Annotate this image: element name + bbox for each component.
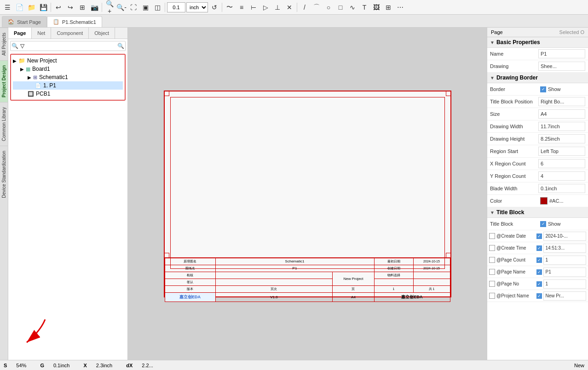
text-button[interactable]: T — [359, 2, 370, 13]
grid-button[interactable]: ⊞ — [77, 2, 88, 13]
tree-new-project[interactable]: ▶ 📁 New Project — [13, 57, 123, 65]
tb-project-name-val[interactable]: New Pr... — [543, 291, 587, 301]
prop-color-row: Color #AC... — [487, 195, 588, 207]
prop-dw-value[interactable]: 11.7inch — [538, 122, 585, 131]
prop-blade-width-row: Blade Width 0.1inch — [487, 182, 588, 195]
folder-icon: 📁 — [18, 57, 25, 64]
table-button[interactable]: ⊞ — [383, 2, 394, 13]
line-button[interactable]: / — [299, 2, 310, 13]
right-panel-title: Page — [491, 29, 503, 35]
zoom-input[interactable]: 0.1 — [167, 2, 185, 12]
tb-page-count-main-check[interactable] — [489, 257, 495, 263]
rect-button[interactable]: □ — [335, 2, 346, 13]
zoom-in-button[interactable]: 🔍+ — [104, 2, 115, 13]
tb-label-check: 检核 — [165, 272, 215, 279]
tb-page-no-show-check[interactable]: ✓ — [536, 281, 542, 287]
tab-schematic1[interactable]: 📋 P1.Schematic1 — [47, 16, 102, 27]
tree-schematic1[interactable]: ▶ ⊞ Schematic1 — [13, 73, 123, 81]
prop-bw-value[interactable]: 0.1inch — [538, 184, 585, 193]
left-tab-all-projects[interactable]: All Projects — [0, 28, 8, 60]
undo-button[interactable]: ↩ — [53, 2, 64, 13]
prop-dh-label: Drawing Height — [490, 136, 538, 142]
zoom-out-button[interactable]: 🔍- — [116, 2, 127, 13]
tb-page-no-val[interactable]: 1 — [543, 279, 587, 289]
left-tab-common-library[interactable]: Common Library — [0, 102, 8, 146]
tb-page-count-show-check[interactable]: ✓ — [536, 257, 542, 263]
save-button[interactable]: 💾 — [38, 2, 49, 13]
tb-page-name-val[interactable]: P1 — [543, 268, 587, 277]
prop-size-value[interactable]: A4 — [538, 109, 585, 119]
pin-button[interactable]: ⊢ — [248, 2, 259, 13]
tb-label-custom3: 页 — [333, 285, 374, 292]
title-block-area: 原理图名 Schematic1 最初日期 2024-10-15 图纸名 P1 创… — [165, 257, 450, 296]
image-button[interactable]: 🖼 — [371, 2, 382, 13]
tb-project-name-show-check[interactable]: ✓ — [536, 293, 542, 299]
color-hex-display: #AC... — [549, 198, 564, 204]
tb-create-date-main-check[interactable] — [489, 233, 495, 239]
page-icon: 📄 — [35, 83, 41, 89]
tb-total: 共 1 — [413, 285, 450, 292]
wire-button[interactable]: 〜 — [224, 2, 235, 13]
menu-button[interactable]: ☰ — [2, 2, 13, 13]
port-button[interactable]: ▷ — [260, 2, 271, 13]
tb-create-time-show-check[interactable]: ✓ — [536, 245, 542, 251]
tree-pcb1[interactable]: 🔲 PCB1 — [13, 90, 123, 98]
more-button[interactable]: ⋯ — [395, 2, 406, 13]
color-swatch[interactable] — [540, 197, 548, 205]
tb-label-version: 物料选择 — [374, 272, 413, 279]
panel-tab-component[interactable]: Component — [51, 28, 89, 39]
prop-dh-value[interactable]: 8.25inch — [538, 134, 585, 143]
section-title-block[interactable]: ▼ Title Block — [487, 207, 588, 218]
prop-color-value[interactable]: #AC... — [538, 196, 585, 205]
tb-modify-date: 2024-10-15 — [413, 265, 450, 272]
border-checkbox[interactable]: ✓ — [540, 86, 546, 92]
canvas-area[interactable]: 原理图名 Schematic1 最初日期 2024-10-15 图纸名 P1 创… — [128, 28, 487, 360]
netflag-button[interactable]: ⊥ — [272, 2, 283, 13]
new-file-button[interactable]: 📄 — [14, 2, 25, 13]
prop-name-value[interactable]: P1 — [538, 49, 585, 58]
tb-page-no-main-check[interactable] — [489, 281, 495, 287]
prop-name-label: Name — [490, 51, 538, 57]
left-tab-device-std[interactable]: Device Standardization — [0, 146, 8, 203]
tab-start-page[interactable]: 🏠 Start Page — [2, 16, 47, 27]
prop-drawing-value[interactable]: Shee... — [538, 62, 585, 71]
tb-create-time-main-check[interactable] — [489, 245, 495, 251]
prop-tbpos-value[interactable]: Right Bo... — [538, 97, 585, 106]
tb-page-count-val[interactable]: 1 — [543, 256, 587, 265]
open-button[interactable]: 📁 — [26, 2, 37, 13]
search-submit-icon[interactable]: 🔍 — [117, 43, 124, 49]
fit-button[interactable]: ⛶ — [128, 2, 139, 13]
section-drawing-border[interactable]: ▼ Drawing Border — [487, 73, 588, 83]
left-tab-project-design[interactable]: Project Design — [0, 60, 8, 102]
screenshot-button[interactable]: 📷 — [89, 2, 100, 13]
redo-button[interactable]: ↪ — [65, 2, 76, 13]
panel-tab-page[interactable]: Page — [8, 28, 32, 39]
section-basic-properties[interactable]: ▼ Basic Properties — [487, 37, 588, 48]
tb-create-date-val[interactable]: 2024-10-... — [543, 232, 587, 241]
tb-page-name-main-check[interactable] — [489, 269, 495, 275]
bezier-button[interactable]: ∿ — [347, 2, 358, 13]
zoom-box-button[interactable]: ▣ — [140, 2, 151, 13]
panel-tab-net[interactable]: Net — [32, 28, 51, 39]
prop-bw-label: Blade Width — [490, 186, 538, 191]
tree-board1[interactable]: ▶ ▦ Board1 — [13, 65, 123, 73]
prop-rs-value[interactable]: Left Top — [538, 147, 585, 156]
panel-tab-object[interactable]: Object — [89, 28, 115, 39]
tb-create-date-show-check[interactable]: ✓ — [536, 233, 542, 239]
tb-project-name-main-check[interactable] — [489, 293, 495, 299]
prop-y-region-row: Y Region Count 4 — [487, 170, 588, 182]
search-input[interactable] — [26, 42, 115, 50]
tree-p1[interactable]: 📄 1. P1 — [13, 81, 123, 90]
tb-create-time-val[interactable]: 14:51:3... — [543, 244, 587, 253]
undo2-button[interactable]: ↺ — [209, 2, 220, 13]
bus-button[interactable]: ≡ — [236, 2, 247, 13]
tb-page-name-show-check[interactable]: ✓ — [536, 269, 542, 275]
noconn-button[interactable]: ✕ — [284, 2, 295, 13]
unit-select[interactable]: inch mm — [186, 2, 208, 12]
zoom-area-button[interactable]: ◫ — [152, 2, 163, 13]
prop-yr-value[interactable]: 4 — [538, 171, 585, 181]
circle-button[interactable]: ○ — [323, 2, 334, 13]
prop-xr-value[interactable]: 6 — [538, 159, 585, 168]
title-block-checkbox[interactable]: ✓ — [540, 221, 546, 227]
arc-button[interactable]: ⌒ — [311, 2, 322, 13]
